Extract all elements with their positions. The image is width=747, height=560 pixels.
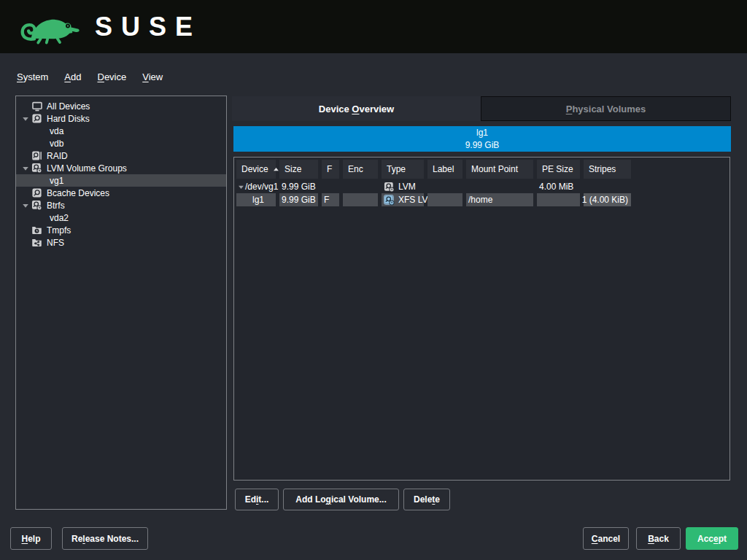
button-label: Release Notes... bbox=[71, 534, 139, 544]
tree-item-vda[interactable]: vda bbox=[16, 125, 226, 137]
stripes-cell bbox=[584, 180, 631, 193]
sort-ascending-icon bbox=[273, 166, 279, 173]
column-label: Label bbox=[433, 164, 454, 174]
chevron-down-icon[interactable] bbox=[20, 165, 31, 172]
column-header-f[interactable]: F bbox=[322, 160, 339, 179]
button-label: Edit... bbox=[245, 494, 269, 505]
column-label: Size bbox=[285, 164, 301, 174]
accept-button[interactable]: Accept bbox=[686, 527, 738, 550]
tree-item-label: NFS bbox=[47, 238, 64, 248]
tree-item-vda2[interactable]: vda2 bbox=[16, 211, 226, 224]
button-label: Help bbox=[21, 534, 40, 544]
tree-item-label: RAID bbox=[47, 151, 68, 161]
type-label: LVM bbox=[398, 182, 416, 192]
tree-item-label: All Devices bbox=[47, 101, 90, 112]
tree-item-lvm-volume-groups[interactable]: LVM Volume Groups bbox=[16, 162, 226, 174]
device-table: Device Size F Enc Type Label Mount Point… bbox=[233, 157, 730, 481]
button-label: Delete bbox=[414, 494, 440, 505]
column-header-size[interactable]: Size bbox=[279, 160, 318, 179]
cancel-button[interactable]: Cancel bbox=[583, 527, 629, 550]
tree-item-label: Bcache Devices bbox=[47, 188, 109, 198]
tab-label: Device Overview bbox=[319, 104, 394, 114]
column-label: Type bbox=[387, 164, 406, 174]
summary-size: 9.99 GiB bbox=[465, 139, 500, 151]
menubar: System Add Device View bbox=[17, 71, 163, 82]
column-header-mount-point[interactable]: Mount Point bbox=[466, 160, 533, 179]
tab-device-overview[interactable]: Device Overview bbox=[232, 96, 481, 121]
bcache-icon bbox=[31, 187, 44, 198]
tmpfs-icon bbox=[31, 225, 44, 236]
suse-logo: SUSE bbox=[18, 8, 201, 46]
menu-view[interactable]: View bbox=[142, 71, 163, 82]
label-cell bbox=[427, 193, 462, 206]
tree-item-label: vda bbox=[50, 126, 63, 136]
label-cell bbox=[427, 180, 462, 193]
button-label: Cancel bbox=[592, 534, 620, 544]
lvm-icon bbox=[31, 163, 44, 174]
type-cell: LVM bbox=[382, 180, 424, 193]
pe-size-cell bbox=[537, 193, 580, 206]
tree-item-vdb[interactable]: vdb bbox=[16, 137, 226, 149]
help-button[interactable]: Help bbox=[10, 527, 52, 550]
column-header-enc[interactable]: Enc bbox=[343, 160, 378, 179]
column-label: Stripes bbox=[589, 164, 616, 174]
nfs-icon bbox=[31, 237, 44, 248]
enc-cell bbox=[343, 180, 378, 193]
tab-physical-volumes[interactable]: Physical Volumes bbox=[481, 96, 731, 121]
pe-size-cell: 4.00 MiB bbox=[537, 180, 580, 193]
table-header: Device Size F Enc Type Label Mount Point… bbox=[236, 160, 727, 179]
add-logical-volume-button[interactable]: Add Logical Volume... bbox=[283, 489, 399, 510]
device-name: /dev/vg1 bbox=[245, 182, 278, 192]
computer-icon bbox=[31, 101, 44, 112]
format-cell: F bbox=[322, 193, 339, 206]
menu-add[interactable]: Add bbox=[64, 71, 81, 82]
column-header-label[interactable]: Label bbox=[427, 160, 462, 179]
column-label: F bbox=[327, 164, 332, 174]
top-brand-band: SUSE bbox=[0, 0, 747, 53]
tree-item-all-devices[interactable]: All Devices bbox=[16, 100, 226, 112]
tree-item-bcache-devices[interactable]: Bcache Devices bbox=[16, 187, 226, 199]
tree-item-label: LVM Volume Groups bbox=[47, 163, 127, 174]
column-header-device[interactable]: Device bbox=[236, 160, 276, 179]
column-label: PE Size bbox=[542, 164, 573, 174]
back-button[interactable]: Back bbox=[636, 527, 681, 550]
table-row[interactable]: lg1 9.99 GiB F XFS LV /home 1 (4.00 KiB) bbox=[236, 193, 727, 206]
type-label: XFS LV bbox=[398, 195, 427, 205]
chevron-down-icon[interactable] bbox=[236, 184, 245, 190]
format-cell bbox=[322, 180, 339, 193]
delete-button[interactable]: Delete bbox=[403, 489, 450, 510]
device-tree-panel: All Devices Hard Disks vda vdb RAID LVM … bbox=[15, 96, 227, 510]
tree-item-nfs[interactable]: NFS bbox=[16, 236, 226, 249]
tree-item-hard-disks[interactable]: Hard Disks bbox=[16, 112, 226, 125]
column-header-pe-size[interactable]: PE Size bbox=[537, 160, 580, 179]
tree-item-tmpfs[interactable]: Tmpfs bbox=[16, 224, 226, 236]
tree-item-btrfs[interactable]: Btrfs bbox=[16, 199, 226, 211]
tree-item-label: vg1 bbox=[50, 176, 63, 186]
release-notes-button[interactable]: Release Notes... bbox=[62, 527, 148, 550]
summary-title: lg1 bbox=[476, 127, 488, 139]
tree-item-label: Hard Disks bbox=[47, 114, 90, 124]
size-cell: 9.99 GiB bbox=[279, 180, 318, 193]
table-row[interactable]: /dev/vg1 9.99 GiB LVM 4.00 MiB bbox=[236, 180, 727, 193]
tree-item-vg1[interactable]: vg1 bbox=[16, 174, 226, 187]
tree-item-label: vda2 bbox=[50, 213, 69, 223]
tree-item-raid[interactable]: RAID bbox=[16, 149, 226, 162]
tab-label: Physical Volumes bbox=[566, 104, 646, 114]
edit-button[interactable]: Edit... bbox=[235, 489, 279, 510]
column-header-type[interactable]: Type bbox=[382, 160, 424, 179]
menu-system[interactable]: System bbox=[17, 71, 48, 82]
column-header-stripes[interactable]: Stripes bbox=[584, 160, 631, 179]
menu-device[interactable]: Device bbox=[97, 71, 126, 82]
chevron-down-icon[interactable] bbox=[20, 115, 31, 122]
device-cell: /dev/vg1 bbox=[236, 180, 276, 193]
hard-disk-icon bbox=[31, 113, 44, 124]
type-cell: XFS LV bbox=[382, 193, 424, 206]
volume-summary-bar: lg1 9.99 GiB bbox=[233, 126, 731, 152]
button-label: Accept bbox=[697, 534, 727, 544]
stripes-cell: 1 (4.00 KiB) bbox=[584, 193, 631, 206]
chevron-down-icon[interactable] bbox=[20, 202, 31, 209]
device-cell: lg1 bbox=[236, 193, 276, 206]
button-label: Add Logical Volume... bbox=[295, 494, 386, 505]
button-label: Back bbox=[648, 534, 669, 544]
enc-cell bbox=[343, 193, 378, 206]
